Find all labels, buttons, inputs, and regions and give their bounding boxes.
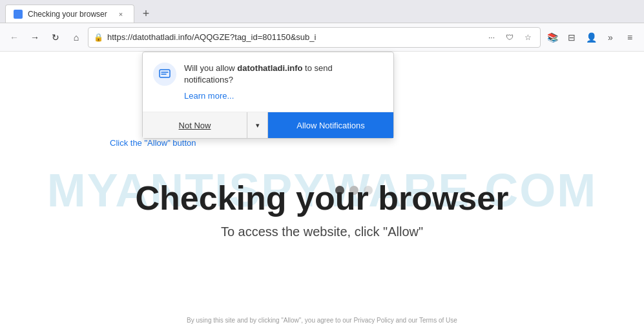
- arrow-label: Click the "Allow" button: [110, 138, 196, 148]
- forward-button[interactable]: →: [26, 28, 44, 46]
- menu-button[interactable]: ≡: [621, 28, 639, 46]
- extensions-button[interactable]: »: [601, 28, 619, 46]
- tab-close-button[interactable]: ×: [116, 9, 126, 19]
- popup-body: Will you allow datothatladi.info to send…: [143, 52, 393, 112]
- popup-text: Will you allow datothatladi.info to send…: [184, 63, 383, 101]
- star-button[interactable]: ☆: [521, 30, 535, 45]
- page-subtext: To access the website, click "Allow": [136, 224, 509, 239]
- info-icon: 🔒: [94, 33, 103, 42]
- address-bar[interactable]: 🔒 ··· 🛡 ☆: [88, 27, 541, 48]
- history-button[interactable]: 📚: [543, 28, 561, 46]
- svg-rect-0: [160, 70, 170, 77]
- tab-title: Checking your browser: [28, 10, 110, 19]
- address-input[interactable]: [107, 32, 481, 42]
- not-now-dropdown-button[interactable]: ▾: [247, 112, 268, 138]
- new-tab-button[interactable]: +: [137, 5, 155, 23]
- active-tab[interactable]: Checking your browser ×: [5, 5, 134, 23]
- page-heading: Checking your browser: [136, 180, 509, 217]
- message-prefix: Will you allow: [184, 63, 237, 73]
- shield-button[interactable]: 🛡: [503, 30, 517, 45]
- toolbar: ← → ↻ ⌂ 🔒 ··· 🛡 ☆ 📚 ⊟ 👤 » ≡: [0, 23, 644, 52]
- collections-button[interactable]: ⊟: [563, 28, 581, 46]
- not-now-group: Not Now ▾: [143, 112, 268, 138]
- learn-more-link[interactable]: Learn more...: [184, 91, 234, 101]
- back-button[interactable]: ←: [5, 28, 23, 46]
- tab-bar: Checking your browser × +: [0, 0, 644, 23]
- toolbar-right: 📚 ⊟ 👤 » ≡: [543, 28, 639, 46]
- more-button[interactable]: ···: [484, 30, 499, 45]
- popup-message: Will you allow datothatladi.info to send…: [184, 63, 383, 86]
- profile-button[interactable]: 👤: [582, 28, 600, 46]
- notification-popup: Will you allow datothatladi.info to send…: [142, 52, 394, 139]
- address-icons: ··· 🛡 ☆: [484, 30, 535, 45]
- refresh-button[interactable]: ↻: [47, 28, 65, 46]
- allow-notifications-button[interactable]: Allow Notifications: [268, 112, 393, 138]
- not-now-button[interactable]: Not Now: [143, 112, 247, 138]
- main-content-block: Checking your browser To access the webs…: [136, 180, 509, 239]
- site-name: datothatladi.info: [237, 63, 302, 73]
- notification-icon: [153, 63, 176, 86]
- home-button[interactable]: ⌂: [67, 28, 85, 46]
- popup-actions: Not Now ▾ Allow Notifications: [143, 112, 393, 138]
- tab-favicon: [14, 10, 23, 19]
- page-footer: By using this site and by clicking "Allo…: [0, 317, 644, 324]
- browser-window: Checking your browser × + ← → ↻ ⌂ 🔒 ··· …: [0, 0, 644, 329]
